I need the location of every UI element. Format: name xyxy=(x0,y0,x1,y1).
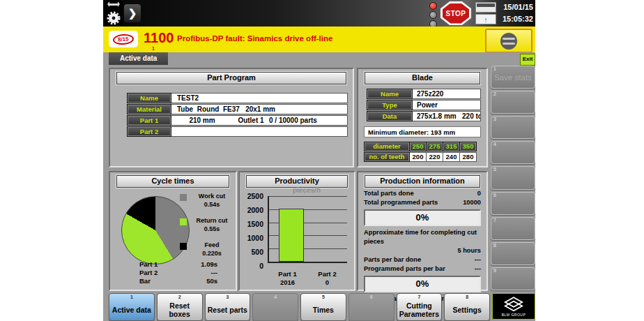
yellow-status-light xyxy=(429,11,437,19)
bottom-button-6[interactable]: 6 xyxy=(348,293,394,321)
legend-label: Return cut xyxy=(191,216,233,225)
part1-length: 210 mm xyxy=(171,116,233,125)
category-value: 2016 xyxy=(268,278,307,287)
side-button-save-stats[interactable]: 1 Save stats xyxy=(491,66,535,89)
return-cut-swatch xyxy=(180,218,187,225)
teeth-row-label: no. of teeth xyxy=(364,152,410,162)
button-label: Active data xyxy=(110,299,153,320)
button-number: 3 xyxy=(206,294,250,299)
machine-head-icon xyxy=(475,2,496,13)
button-label: Save stats xyxy=(491,66,535,88)
blade-clamp-button[interactable] xyxy=(485,29,532,53)
button-label xyxy=(491,218,535,239)
category-value: 0 xyxy=(307,278,347,287)
bottom-button-reset-boxes[interactable]: 2 Reset boxes xyxy=(157,293,203,321)
table-row: diameter 250 275 315 350 xyxy=(364,142,481,151)
bottom-button-cutting-parameters[interactable]: 7 Cutting Parameters xyxy=(397,293,443,321)
total-value: --- xyxy=(211,269,218,277)
info-row: Parts per bar done --- xyxy=(364,255,481,264)
total-row: Bar 50s xyxy=(139,277,217,285)
branch-arrows-icon xyxy=(107,1,121,11)
next-page-chevron-icon[interactable]: ❯ xyxy=(124,4,141,22)
blade-data-value: 275x1.8 mm 220 tooth xyxy=(413,111,481,121)
table-row: Part 1 210 mm Outlet 1 0 / 10000 parts xyxy=(127,115,348,126)
red-status-light xyxy=(429,2,437,10)
side-button-3[interactable]: 3 xyxy=(491,116,535,139)
legend-value: 0.54s xyxy=(191,200,233,209)
table-row: Data 275x1.8 mm 220 tooth xyxy=(367,111,481,121)
total-value: 50s xyxy=(206,277,217,285)
part2-value xyxy=(171,126,348,137)
total-value: 1.09s xyxy=(201,260,217,269)
teeth-cell: 220 xyxy=(427,152,443,162)
bottom-button-4[interactable]: 4 xyxy=(252,293,298,321)
bottom-button-times[interactable]: 5 Times xyxy=(300,293,346,321)
total-label: Bar xyxy=(139,277,151,285)
blade-clamp-icon xyxy=(500,33,517,50)
button-label: Cutting Parameters xyxy=(398,299,441,320)
table-row: Part 2 xyxy=(127,126,348,137)
alarm-counter-value: 8/15 xyxy=(113,33,135,45)
teeth-cell: 280 xyxy=(460,152,477,162)
side-button-9[interactable]: 9 xyxy=(491,267,535,290)
tab-strip: Active data Exit xyxy=(103,52,535,65)
table-row: Name 275z220 xyxy=(367,89,481,99)
machine-band xyxy=(477,3,495,7)
legend-label: Feed xyxy=(191,241,233,249)
side-button-7[interactable]: 7 xyxy=(491,217,535,240)
datetime-display: 15/01/15 15:05:32 xyxy=(496,1,533,25)
stop-sign-label: STOP xyxy=(443,3,469,24)
blade-title: Blade xyxy=(365,72,480,84)
info-row: Programmed parts per bar --- xyxy=(364,264,481,274)
side-button-8[interactable]: 8 xyxy=(491,242,535,265)
info-value: 10000 xyxy=(463,198,481,207)
diameter-cell: 275 xyxy=(427,142,443,151)
cycle-times-panel: Cycle times Work cut 0.54s Return cut 0.… xyxy=(109,171,237,291)
button-label xyxy=(491,193,535,214)
info-value: --- xyxy=(475,264,481,274)
row-label: Material xyxy=(127,104,171,114)
button-label: Reset boxes xyxy=(158,299,201,320)
bottom-button-active-data[interactable]: 1 Active data xyxy=(109,293,155,321)
bottom-button-row: 1 Active data 2 Reset boxes 3 Reset part… xyxy=(103,293,535,321)
cycle-pie-chart xyxy=(121,196,190,264)
y-tick: 2000 xyxy=(240,206,263,214)
alarm-counter-button[interactable]: 8/15 xyxy=(109,31,138,47)
legend-value: 0.55s xyxy=(191,225,233,233)
tab-active-data[interactable]: Active data xyxy=(109,52,168,65)
part1-bar xyxy=(279,209,304,262)
machine-overview-icon[interactable] xyxy=(105,1,123,26)
side-button-2[interactable]: 2 xyxy=(491,91,535,114)
y-tick: 0 xyxy=(240,262,263,270)
bottom-button-settings[interactable]: 8 Settings xyxy=(444,293,490,321)
material-value: Tube Round FE37 20x1 mm xyxy=(171,104,348,114)
row-label: Name xyxy=(367,89,413,99)
button-number: 7 xyxy=(397,294,442,299)
button-number: 1 xyxy=(109,294,154,299)
table-row: Name TEST2 xyxy=(127,93,348,103)
row-label: Data xyxy=(367,111,413,121)
exit-button[interactable]: Exit xyxy=(520,54,535,66)
production-info-panel: Production information Total parts done … xyxy=(357,171,488,291)
logo-text: BLM GROUP xyxy=(502,313,526,317)
y-tick: 1000 xyxy=(240,234,263,242)
part1-value: 210 mm Outlet 1 0 / 10000 parts xyxy=(171,115,348,126)
side-button-4[interactable]: 4 xyxy=(491,141,535,164)
side-button-5[interactable]: 5 xyxy=(491,166,535,189)
button-label xyxy=(350,299,393,320)
machine-status-icon: ↑ xyxy=(475,2,496,24)
bottom-button-reset-parts[interactable]: 3 Reset parts xyxy=(205,293,251,321)
button-label xyxy=(491,243,535,264)
button-label: Reset parts xyxy=(206,299,250,320)
row-label: Part 2 xyxy=(127,126,171,137)
legend-label: Work cut xyxy=(191,192,233,200)
side-button-6[interactable]: 6 xyxy=(491,192,535,215)
program-name-value: TEST2 xyxy=(171,93,348,103)
button-label xyxy=(254,299,297,320)
table-row: Material Tube Round FE37 20x1 mm xyxy=(127,104,348,114)
date-display: 15/01/15 xyxy=(496,1,533,13)
table-row: no. of teeth 200 220 240 280 xyxy=(364,152,481,162)
feed-swatch xyxy=(180,243,187,250)
total-label: Part 2 xyxy=(139,269,158,277)
diameter-cell: 350 xyxy=(460,142,477,151)
